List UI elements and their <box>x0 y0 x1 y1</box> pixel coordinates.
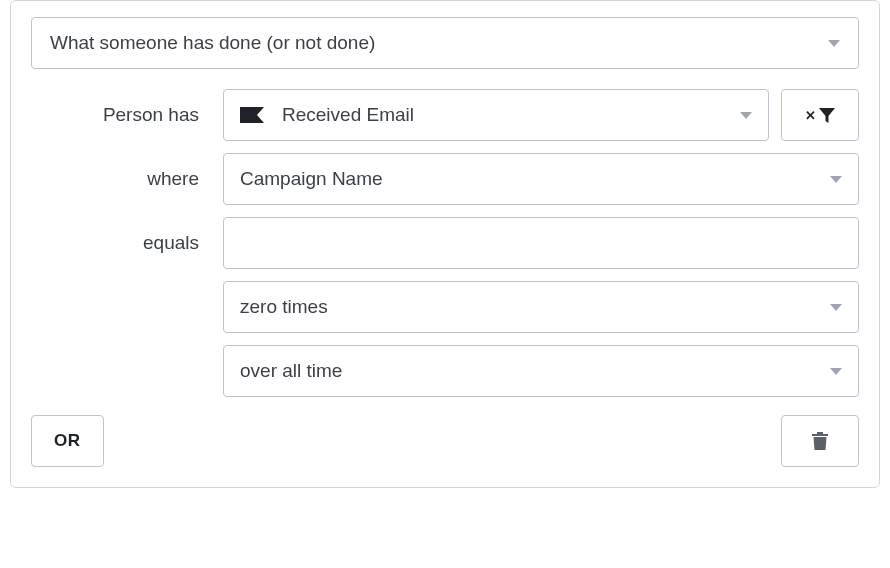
chevron-down-icon <box>828 40 840 47</box>
or-button-label: OR <box>54 431 81 451</box>
equals-label: equals <box>31 232 211 254</box>
property-select[interactable]: Campaign Name <box>223 153 859 205</box>
clear-filter-button[interactable]: ✕ <box>781 89 859 141</box>
chevron-down-icon <box>830 368 842 375</box>
value-row: equals <box>31 217 859 269</box>
or-button[interactable]: OR <box>31 415 104 467</box>
x-icon: ✕ <box>805 108 816 123</box>
property-row: where Campaign Name <box>31 153 859 205</box>
frequency-select[interactable]: zero times <box>223 281 859 333</box>
person-has-label: Person has <box>31 104 211 126</box>
where-label: where <box>31 168 211 190</box>
condition-type-select[interactable]: What someone has done (or not done) <box>31 17 859 69</box>
chevron-down-icon <box>740 112 752 119</box>
value-input[interactable] <box>223 217 859 269</box>
condition-card: What someone has done (or not done) Pers… <box>10 0 880 488</box>
frequency-row: zero times <box>31 281 859 333</box>
timeframe-select-label: over all time <box>240 360 342 382</box>
trash-icon <box>812 432 828 450</box>
event-select-label: Received Email <box>282 104 414 126</box>
event-row: Person has Received Email ✕ <box>31 89 859 141</box>
property-select-label: Campaign Name <box>240 168 383 190</box>
flag-icon <box>240 107 264 123</box>
chevron-down-icon <box>830 176 842 183</box>
chevron-down-icon <box>830 304 842 311</box>
action-row: OR <box>31 415 859 467</box>
timeframe-select[interactable]: over all time <box>223 345 859 397</box>
timeframe-row: over all time <box>31 345 859 397</box>
frequency-select-label: zero times <box>240 296 328 318</box>
funnel-icon <box>819 108 835 123</box>
condition-type-label: What someone has done (or not done) <box>50 32 375 54</box>
delete-button[interactable] <box>781 415 859 467</box>
event-select[interactable]: Received Email <box>223 89 769 141</box>
